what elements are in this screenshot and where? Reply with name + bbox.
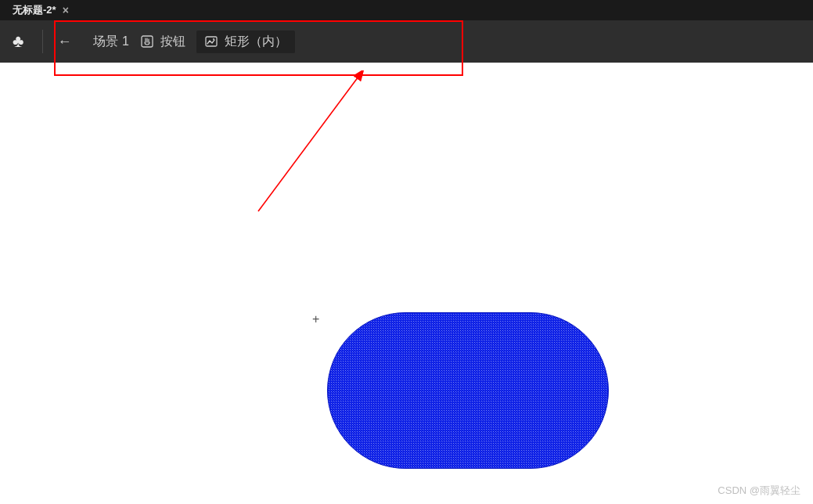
tab-close-icon[interactable]: × bbox=[63, 5, 69, 16]
breadcrumb-shape[interactable]: 矩形（内） bbox=[196, 31, 295, 53]
toolbar: ♣ ← 场景 1 按钮 矩形（内） bbox=[0, 20, 813, 63]
back-button[interactable]: ← bbox=[57, 34, 71, 50]
svg-point-2 bbox=[213, 38, 214, 40]
rounded-rectangle-shape[interactable] bbox=[327, 312, 609, 469]
breadcrumb: 场景 1 按钮 矩形（内） bbox=[93, 31, 294, 53]
watermark-text: CSDN @雨翼轻尘 bbox=[718, 484, 800, 498]
svg-rect-1 bbox=[206, 37, 217, 46]
graphic-icon bbox=[204, 34, 218, 49]
breadcrumb-button-symbol[interactable]: 按钮 bbox=[140, 34, 185, 50]
club-icon[interactable]: ♣ bbox=[13, 31, 23, 52]
button-label: 按钮 bbox=[160, 34, 185, 50]
scene-label: 场景 1 bbox=[93, 34, 128, 50]
tab-title: 无标题-2* bbox=[13, 3, 56, 17]
document-tab[interactable]: 无标题-2* × bbox=[8, 0, 74, 20]
toolbar-divider bbox=[42, 30, 43, 53]
hand-icon bbox=[140, 34, 154, 49]
registration-mark-icon: + bbox=[312, 312, 319, 326]
shape-label: 矩形（内） bbox=[225, 34, 287, 50]
stage-canvas[interactable]: + bbox=[0, 63, 813, 504]
breadcrumb-scene[interactable]: 场景 1 bbox=[93, 34, 128, 50]
tab-bar: 无标题-2* × bbox=[0, 0, 813, 20]
